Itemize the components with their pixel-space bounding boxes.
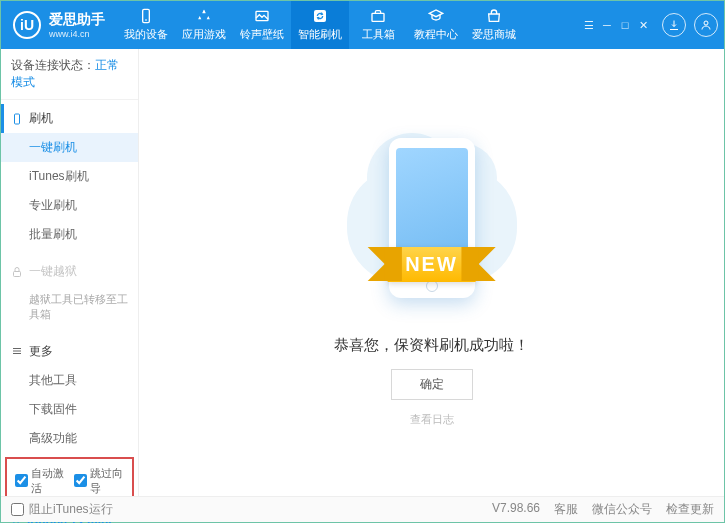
nav-label: 铃声壁纸 (240, 27, 284, 42)
svg-point-5 (704, 21, 708, 25)
support-link[interactable]: 客服 (554, 501, 578, 518)
sidebar-item-oneclick-flash[interactable]: 一键刷机 (1, 133, 138, 162)
body: 设备连接状态：正常模式 刷机 一键刷机 iTunes刷机 专业刷机 批量刷机 一… (1, 49, 724, 496)
titlebar: iU 爱思助手 www.i4.cn 我的设备 应用游戏 铃声壁纸 智能刷机 (1, 1, 724, 49)
window-controls: ☰ ─ □ ✕ (582, 18, 650, 32)
logo-block: iU 爱思助手 www.i4.cn (1, 11, 117, 39)
nav-smart-flash[interactable]: 智能刷机 (291, 1, 349, 49)
more-head-label: 更多 (29, 343, 53, 360)
more-head[interactable]: 更多 (1, 337, 138, 366)
svg-rect-4 (372, 13, 384, 21)
nav-label: 教程中心 (414, 27, 458, 42)
ok-button[interactable]: 确定 (391, 369, 473, 400)
block-itunes-label: 阻止iTunes运行 (29, 501, 113, 518)
svg-rect-0 (143, 9, 150, 22)
nav-label: 应用游戏 (182, 27, 226, 42)
nav-ringtone-wallpaper[interactable]: 铃声壁纸 (233, 1, 291, 49)
nav-bar: 我的设备 应用游戏 铃声壁纸 智能刷机 工具箱 教程中心 (117, 1, 582, 49)
minimize-button[interactable]: ─ (600, 18, 614, 32)
chk-label: 跳过向导 (90, 466, 125, 496)
refresh-icon (312, 8, 328, 24)
store-icon (486, 8, 502, 24)
brand-url: www.i4.cn (49, 29, 105, 39)
flash-section: 刷机 一键刷机 iTunes刷机 专业刷机 批量刷机 (1, 100, 138, 253)
sidebar-item-pro-flash[interactable]: 专业刷机 (1, 191, 138, 220)
tutorial-icon (428, 8, 444, 24)
flash-list: 一键刷机 iTunes刷机 专业刷机 批量刷机 (1, 133, 138, 249)
svg-rect-3 (314, 10, 326, 22)
jailbreak-note: 越狱工具已转移至工具箱 (1, 286, 138, 329)
brand-name: 爱思助手 (49, 11, 105, 29)
sidebar-item-other-tools[interactable]: 其他工具 (1, 366, 138, 395)
svg-rect-7 (14, 271, 21, 276)
svg-rect-6 (15, 114, 20, 124)
block-itunes-checkbox[interactable]: 阻止iTunes运行 (11, 501, 113, 518)
nav-label: 智能刷机 (298, 27, 342, 42)
download-icon (668, 19, 680, 31)
view-log-link[interactable]: 查看日志 (410, 412, 454, 427)
list-icon (11, 345, 23, 357)
wechat-link[interactable]: 微信公众号 (592, 501, 652, 518)
maximize-button[interactable]: □ (618, 18, 632, 32)
success-illustration: NEW (342, 118, 522, 318)
new-ribbon: NEW (387, 247, 476, 282)
wallpaper-icon (254, 8, 270, 24)
user-button[interactable] (694, 13, 718, 37)
sidebar-item-batch-flash[interactable]: 批量刷机 (1, 220, 138, 249)
sidebar-item-download-firmware[interactable]: 下载固件 (1, 395, 138, 424)
user-icon (700, 19, 712, 31)
brand-text: 爱思助手 www.i4.cn (49, 11, 105, 39)
footer-right: V7.98.66 客服 微信公众号 检查更新 (492, 501, 714, 518)
sidebar-item-itunes-flash[interactable]: iTunes刷机 (1, 162, 138, 191)
chk-label: 自动激活 (31, 466, 66, 496)
jailbreak-head-label: 一键越狱 (29, 263, 77, 280)
main-content: NEW 恭喜您，保资料刷机成功啦！ 确定 查看日志 (139, 49, 724, 496)
flash-head[interactable]: 刷机 (1, 104, 138, 133)
apps-icon (196, 8, 212, 24)
jailbreak-section: 一键越狱 越狱工具已转移至工具箱 (1, 253, 138, 333)
close-button[interactable]: ✕ (636, 18, 650, 32)
more-list: 其他工具 下载固件 高级功能 (1, 366, 138, 453)
download-button[interactable] (662, 13, 686, 37)
sidebar: 设备连接状态：正常模式 刷机 一键刷机 iTunes刷机 专业刷机 批量刷机 一… (1, 49, 139, 496)
phone-icon (11, 113, 23, 125)
jailbreak-head: 一键越狱 (1, 257, 138, 286)
phone-icon (138, 8, 154, 24)
skip-guide-checkbox[interactable]: 跳过向导 (74, 466, 125, 496)
menu-icon[interactable]: ☰ (582, 18, 596, 32)
nav-my-device[interactable]: 我的设备 (117, 1, 175, 49)
titlebar-right: ☰ ─ □ ✕ (582, 13, 724, 37)
sidebar-item-advanced[interactable]: 高级功能 (1, 424, 138, 453)
lock-icon (11, 266, 23, 278)
nav-label: 工具箱 (362, 27, 395, 42)
more-section: 更多 其他工具 下载固件 高级功能 (1, 333, 138, 457)
version-label: V7.98.66 (492, 501, 540, 518)
app-window: iU 爱思助手 www.i4.cn 我的设备 应用游戏 铃声壁纸 智能刷机 (0, 0, 725, 523)
nav-toolbox[interactable]: 工具箱 (349, 1, 407, 49)
nav-tutorial[interactable]: 教程中心 (407, 1, 465, 49)
nav-apps-games[interactable]: 应用游戏 (175, 1, 233, 49)
logo-icon: iU (13, 11, 41, 39)
nav-label: 爱思商城 (472, 27, 516, 42)
auto-activate-checkbox[interactable]: 自动激活 (15, 466, 66, 496)
nav-label: 我的设备 (124, 27, 168, 42)
update-link[interactable]: 检查更新 (666, 501, 714, 518)
connection-status: 设备连接状态：正常模式 (1, 49, 138, 100)
conn-label: 设备连接状态： (11, 58, 95, 72)
nav-store[interactable]: 爱思商城 (465, 1, 523, 49)
success-message: 恭喜您，保资料刷机成功啦！ (334, 336, 529, 355)
toolbox-icon (370, 8, 386, 24)
flash-head-label: 刷机 (29, 110, 53, 127)
logo-letter: iU (20, 17, 34, 33)
footer: 阻止iTunes运行 V7.98.66 客服 微信公众号 检查更新 (1, 496, 724, 522)
